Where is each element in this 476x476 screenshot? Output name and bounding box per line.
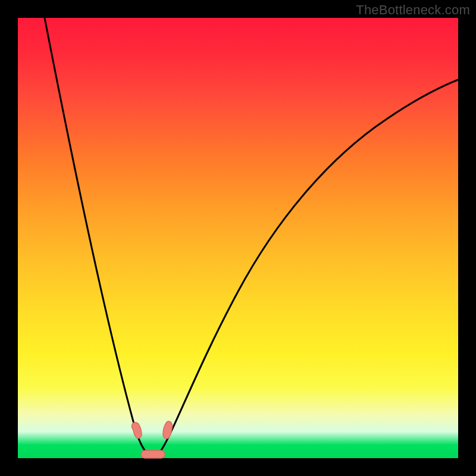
- marker-left: [132, 422, 142, 439]
- marker-baseline: [141, 450, 165, 458]
- curve-left: [45, 18, 145, 451]
- chart-svg: [18, 18, 458, 458]
- watermark-text: TheBottleneck.com: [356, 2, 470, 18]
- marker-right: [163, 421, 173, 439]
- chart-plot-area: [18, 18, 458, 458]
- curve-right: [161, 80, 458, 451]
